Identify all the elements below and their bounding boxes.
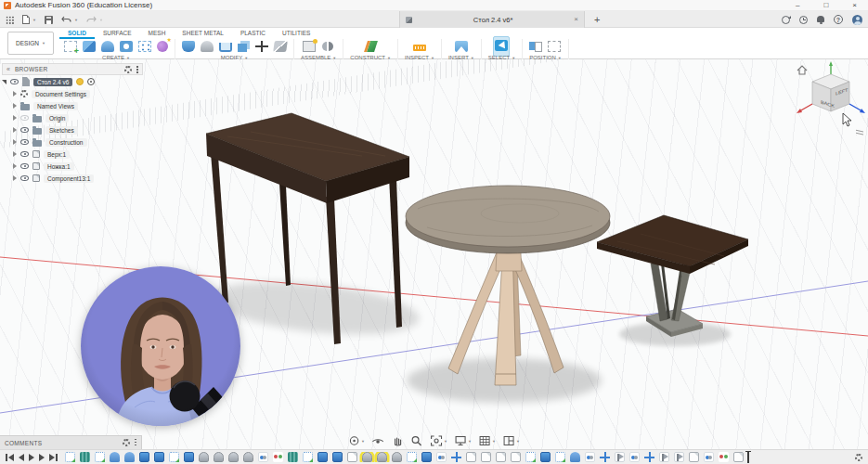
timeline-feature-ex[interactable] xyxy=(184,452,194,462)
grid-snaps-icon[interactable]: ▼ xyxy=(479,435,496,446)
workspace-selector[interactable]: DESIGN▼ xyxy=(7,32,54,55)
visibility-eye-icon[interactable] xyxy=(20,115,29,121)
help-icon[interactable]: ? xyxy=(834,15,843,24)
joint-icon[interactable] xyxy=(321,41,334,52)
extensions-icon[interactable] xyxy=(782,16,790,24)
timeline-feature-fi-highlighted[interactable] xyxy=(377,452,387,462)
shell-icon[interactable] xyxy=(219,43,232,52)
viewcube-menu-icon[interactable] xyxy=(856,130,863,135)
browser-row-nozhka[interactable]: Ножка:1 xyxy=(2,161,143,172)
play-button[interactable] xyxy=(29,454,34,461)
3d-viewport[interactable]: « BROWSER Стол 2.4 v6 Document Settings xyxy=(0,59,868,449)
app-grid-icon[interactable] xyxy=(6,16,14,24)
timeline-feature-jt[interactable] xyxy=(585,452,595,462)
undo-caret[interactable]: ▼ xyxy=(74,18,78,22)
timeline-feature-cp[interactable] xyxy=(466,452,476,462)
comments-gear-icon[interactable] xyxy=(123,439,130,446)
combine-icon[interactable] xyxy=(238,44,247,52)
undo-icon[interactable] xyxy=(61,16,71,24)
timeline-feature-sk[interactable] xyxy=(303,452,313,462)
look-at-icon[interactable] xyxy=(372,435,384,446)
timeline-feature-sk[interactable] xyxy=(169,452,179,462)
orbit-icon[interactable]: ▼ xyxy=(348,435,365,446)
timeline-feature-sk[interactable] xyxy=(95,452,105,462)
insert-image-icon[interactable] xyxy=(455,41,468,52)
press-pull-icon[interactable] xyxy=(182,41,195,52)
browser-row-component13[interactable]: Component13:1 xyxy=(2,173,143,184)
timeline-feature-fi[interactable] xyxy=(214,452,224,462)
timeline-feature-ex[interactable] xyxy=(317,452,328,462)
timeline-feature-ex[interactable] xyxy=(332,452,343,462)
browser-header[interactable]: « BROWSER xyxy=(2,63,143,75)
timeline-feature-fi[interactable] xyxy=(243,452,253,462)
browser-row-named-views[interactable]: Named Views xyxy=(2,100,143,111)
pattern-icon[interactable] xyxy=(138,41,151,52)
timeline-feature-jt[interactable] xyxy=(629,452,640,462)
fit-icon[interactable]: ▼ xyxy=(431,435,447,446)
collapse-panel-icon[interactable]: « xyxy=(6,66,10,72)
row-label[interactable]: Origin xyxy=(45,114,69,122)
browser-row-sketches[interactable]: Sketches xyxy=(2,124,143,135)
timeline-feature-cp[interactable] xyxy=(689,452,699,462)
comments-bar[interactable]: COMMENTS xyxy=(0,435,142,449)
visibility-eye-icon[interactable] xyxy=(20,151,29,157)
browser-row-origin[interactable]: Origin xyxy=(2,112,143,123)
row-label[interactable]: Document Settings xyxy=(32,90,90,98)
timeline-feature-sk[interactable] xyxy=(525,452,536,462)
timeline-feature-sk[interactable] xyxy=(407,452,417,462)
profile-avatar[interactable] xyxy=(852,15,862,25)
timeline-feature-cp[interactable] xyxy=(511,452,521,462)
timeline-feature-fi[interactable] xyxy=(199,452,209,462)
tab-surface[interactable]: SURFACE xyxy=(95,28,140,39)
timeline-feature-cp[interactable] xyxy=(496,452,506,462)
timeline-feature-fi[interactable] xyxy=(228,452,239,462)
view-cube[interactable]: BACK LEFT xyxy=(794,61,868,135)
browser-row-construction[interactable]: Construction xyxy=(2,136,143,148)
timeline-feature-jt[interactable] xyxy=(258,452,268,462)
timeline-gear-icon[interactable] xyxy=(855,454,862,461)
row-label[interactable]: Component13:1 xyxy=(44,174,94,183)
timeline-feature-mv[interactable] xyxy=(644,452,654,462)
timeline-feature-sk[interactable] xyxy=(65,452,75,462)
revert-position-icon[interactable] xyxy=(548,41,561,52)
row-label[interactable]: Ножка:1 xyxy=(44,162,74,171)
split-body-icon[interactable] xyxy=(273,41,288,52)
timeline-feature-jo[interactable] xyxy=(719,452,729,462)
root-node-label[interactable]: Стол 2.4 v6 xyxy=(33,78,72,86)
timeline-feature-jt[interactable] xyxy=(436,452,447,462)
viewports-icon[interactable]: ▼ xyxy=(503,435,520,446)
new-component-icon[interactable] xyxy=(303,41,316,52)
tab-solid[interactable]: SOLID xyxy=(59,28,95,39)
expander-icon[interactable] xyxy=(13,103,17,109)
home-icon[interactable] xyxy=(797,66,807,74)
timeline-feature-ex[interactable] xyxy=(421,452,432,462)
form-icon[interactable] xyxy=(157,41,168,52)
expander-icon[interactable] xyxy=(13,163,17,169)
extrude-icon[interactable] xyxy=(83,41,96,52)
redo-caret[interactable]: ▼ xyxy=(99,18,103,22)
step-forward-button[interactable] xyxy=(39,454,45,461)
timeline-feature-fl[interactable] xyxy=(615,452,625,462)
step-back-button[interactable] xyxy=(19,454,24,461)
file-menu-icon[interactable] xyxy=(22,15,30,24)
revolve-icon[interactable] xyxy=(101,41,114,52)
expander-icon[interactable] xyxy=(13,115,17,121)
tab-utilities[interactable]: UTILITIES xyxy=(274,28,318,39)
timeline-feature-pl[interactable] xyxy=(288,452,298,462)
timeline-feature-cp[interactable] xyxy=(481,452,491,462)
document-tab-close[interactable]: × xyxy=(574,11,578,28)
timeline-feature-ex[interactable] xyxy=(139,452,149,462)
timeline-feature-cp[interactable] xyxy=(347,452,357,462)
move-icon[interactable] xyxy=(255,41,268,52)
expander-icon[interactable] xyxy=(13,91,17,97)
timeline-feature-fi[interactable] xyxy=(392,452,402,462)
create-sketch-icon[interactable] xyxy=(64,41,77,52)
zoom-icon[interactable] xyxy=(411,435,423,446)
timeline-feature-fi-highlighted[interactable] xyxy=(362,452,372,462)
new-tab-button[interactable]: + xyxy=(594,11,600,28)
tab-plastic[interactable]: PLASTIC xyxy=(232,28,274,39)
visibility-eye-icon[interactable] xyxy=(20,163,29,169)
tab-sheet-metal[interactable]: SHEET METAL xyxy=(174,28,232,39)
maximize-button[interactable]: □ xyxy=(823,0,828,11)
visibility-eye-icon[interactable] xyxy=(20,139,29,145)
